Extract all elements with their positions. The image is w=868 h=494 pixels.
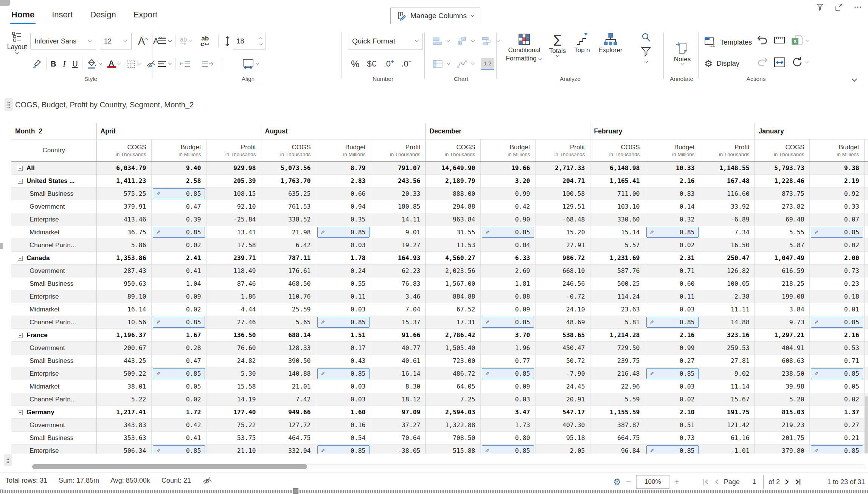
data-cell[interactable]: 243.56 [371, 175, 425, 187]
data-cell[interactable]: 14.11 [371, 213, 425, 226]
data-cell[interactable]: 387.87 [590, 419, 645, 432]
font-color-button[interactable]: A [106, 59, 117, 69]
data-cell[interactable]: 19.27 [371, 239, 425, 252]
data-cell[interactable]: 0.33 [809, 200, 864, 213]
data-cell[interactable]: 6.33 [480, 252, 535, 265]
editable-cell[interactable]: ✎0.85 [316, 444, 371, 454]
data-cell[interactable]: 7.04 [371, 303, 425, 316]
data-cell[interactable]: 0.83 [645, 187, 700, 200]
data-cell[interactable]: 6.42 [261, 239, 316, 252]
data-cell[interactable]: 10.33 [645, 162, 700, 175]
templates-button[interactable]: Templates [704, 35, 752, 50]
editable-cell[interactable]: ✎0.85 [316, 367, 371, 380]
data-cell[interactable]: 404.91 [755, 342, 809, 355]
data-cell[interactable]: 53.75 [206, 432, 261, 444]
data-cell[interactable]: 89.10 [96, 290, 151, 303]
data-cell[interactable]: 21.98 [261, 226, 316, 239]
data-cell[interactable]: 39.98 [755, 380, 809, 393]
bar-chart-button[interactable] [431, 36, 444, 46]
row-label-cell[interactable]: Enterprise [11, 444, 96, 454]
data-cell[interactable]: 250.47 [700, 252, 755, 265]
data-cell[interactable]: -68.48 [535, 213, 590, 226]
data-cell[interactable]: 0.11 [316, 290, 371, 303]
editable-cell[interactable]: ✎0.85 [480, 444, 535, 454]
data-cell[interactable]: 13.41 [206, 226, 261, 239]
horizontal-scrollbar[interactable] [32, 464, 866, 469]
data-cell[interactable]: 294.88 [425, 200, 480, 213]
data-cell[interactable]: 0.53 [809, 342, 864, 355]
data-cell[interactable]: 15.67 [700, 393, 755, 406]
data-cell[interactable]: 450.47 [535, 342, 590, 355]
data-cell[interactable]: 761.53 [261, 200, 316, 213]
table-drag-handle-icon[interactable]: ⣿ [4, 454, 12, 466]
data-cell[interactable]: 0.35 [316, 213, 371, 226]
data-cell[interactable]: 1,155.59 [590, 406, 645, 419]
data-cell[interactable]: -16.14 [371, 367, 425, 380]
data-cell[interactable]: 2,594.03 [425, 406, 480, 419]
data-cell[interactable]: 199.08 [755, 290, 809, 303]
data-cell[interactable]: 14.19 [206, 393, 261, 406]
data-cell[interactable]: 0.03 [645, 380, 700, 393]
focus-mode-icon[interactable] [834, 2, 844, 12]
data-cell[interactable]: 791.07 [371, 162, 425, 175]
data-cell[interactable]: 0.04 [480, 239, 535, 252]
row-label-cell[interactable]: −Canada [11, 252, 96, 265]
data-cell[interactable]: 5.57 [590, 239, 645, 252]
data-cell[interactable]: 787.11 [261, 252, 316, 265]
data-cell[interactable]: 9.02 [700, 367, 755, 380]
data-cell[interactable]: 239.71 [206, 252, 261, 265]
data-cell[interactable]: 506.34 [96, 444, 151, 454]
page-number-input[interactable] [745, 475, 764, 489]
first-page-button[interactable] [703, 479, 710, 485]
data-cell[interactable]: 1.67 [151, 329, 206, 342]
data-cell[interactable]: 330.60 [590, 213, 645, 226]
data-cell[interactable]: 0.03 [645, 303, 700, 316]
data-cell[interactable]: 379.80 [755, 444, 809, 454]
data-cell[interactable]: 668.10 [535, 265, 590, 277]
data-cell[interactable]: 0.73 [809, 265, 864, 277]
data-cell[interactable]: 635.25 [261, 187, 316, 200]
data-cell[interactable]: 7.34 [700, 226, 755, 239]
data-cell[interactable]: 27.46 [206, 316, 261, 329]
data-cell[interactable]: 62.23 [371, 265, 425, 277]
row-label-cell[interactable]: −France [11, 329, 96, 342]
tab-design[interactable]: Design [90, 10, 116, 20]
data-cell[interactable]: 5,793.73 [755, 162, 809, 175]
data-cell[interactable]: 1,148.55 [700, 162, 755, 175]
data-cell[interactable]: 0.02 [645, 393, 700, 406]
row-label-cell[interactable]: Government [11, 342, 96, 355]
explorer-button[interactable]: Explorer [595, 33, 626, 54]
data-cell[interactable]: 343.83 [96, 419, 151, 432]
data-cell[interactable]: 103.10 [590, 200, 645, 213]
data-cell[interactable]: 25.59 [261, 303, 316, 316]
zoom-level-value[interactable]: 100% [636, 475, 669, 489]
data-cell[interactable]: 5.30 [206, 367, 261, 380]
data-cell[interactable]: 0.03 [316, 393, 371, 406]
data-cell[interactable]: 873.75 [755, 187, 809, 200]
filter-rows-icon[interactable] [641, 47, 651, 57]
data-cell[interactable]: 390.50 [261, 355, 316, 367]
data-cell[interactable]: 0.01 [809, 303, 864, 316]
data-cell[interactable]: 164.93 [371, 252, 425, 265]
data-cell[interactable]: 7.42 [261, 393, 316, 406]
row-label-cell[interactable]: Government [11, 419, 96, 432]
data-cell[interactable]: 723.00 [425, 355, 480, 367]
data-cell[interactable]: 70.64 [371, 432, 425, 444]
font-name-select[interactable]: Inforiver Sans [30, 33, 96, 50]
data-cell[interactable]: 1,214.28 [590, 329, 645, 342]
data-cell[interactable]: 0.60 [645, 277, 700, 290]
underline-button[interactable]: U [71, 59, 79, 69]
data-cell[interactable]: 0.09 [480, 303, 535, 316]
data-cell[interactable]: 92.10 [206, 200, 261, 213]
data-cell[interactable]: 8.30 [371, 380, 425, 393]
wrap-text-button[interactable]: ab c [199, 35, 211, 48]
data-cell[interactable]: 38.01 [96, 380, 151, 393]
data-cell[interactable]: 815.03 [755, 406, 809, 419]
data-cell[interactable]: 10.56 [96, 316, 151, 329]
tab-home[interactable]: Home [11, 10, 34, 20]
data-cell[interactable]: 129.51 [535, 200, 590, 213]
data-cell[interactable]: 14.88 [700, 316, 755, 329]
data-cell[interactable]: 40.77 [371, 342, 425, 355]
data-cell[interactable]: 0.55 [316, 277, 371, 290]
data-cell[interactable]: 5.20 [755, 393, 809, 406]
